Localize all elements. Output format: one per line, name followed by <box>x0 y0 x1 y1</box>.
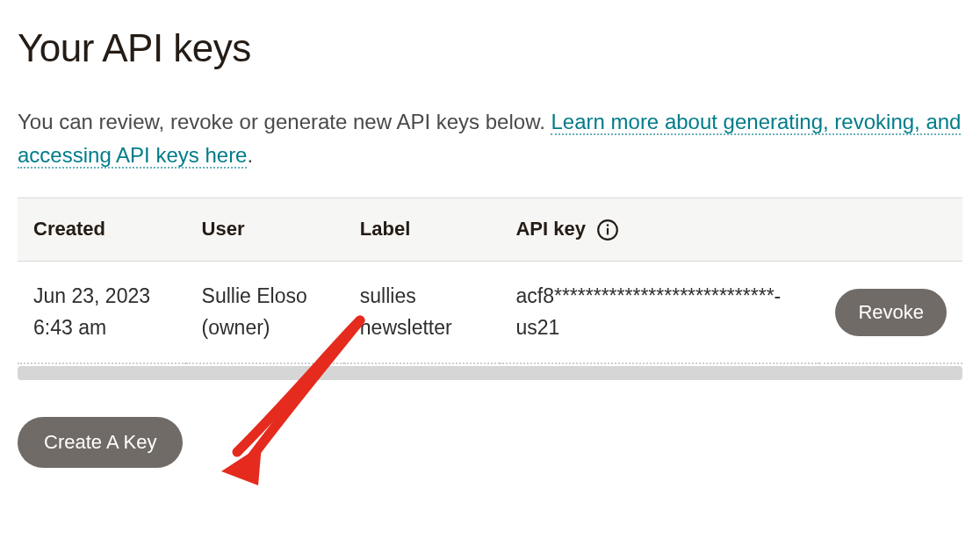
cell-label: sullies newsletter <box>344 261 501 363</box>
cell-actions: Revoke <box>819 261 962 363</box>
create-key-button[interactable]: Create A Key <box>18 417 183 468</box>
horizontal-scrollbar[interactable] <box>18 366 962 380</box>
svg-marker-3 <box>221 445 262 485</box>
col-api-key: API key <box>500 198 819 262</box>
info-icon[interactable] <box>596 219 619 241</box>
col-actions <box>819 198 962 262</box>
cell-created: Jun 23, 2023 6:43 am <box>18 261 186 363</box>
create-key-row: Create A Key <box>18 417 962 468</box>
col-api-key-label: API key <box>515 218 586 240</box>
intro-before: You can review, revoke or generate new A… <box>18 110 551 133</box>
intro-after: . <box>247 143 253 167</box>
api-keys-table-wrap: Created User Label API key <box>18 197 962 380</box>
intro-text: You can review, revoke or generate new A… <box>18 105 962 173</box>
cell-api-key: acf8****************************-us21 <box>500 261 819 363</box>
revoke-button[interactable]: Revoke <box>835 289 947 336</box>
col-created: Created <box>18 198 186 262</box>
api-keys-table: Created User Label API key <box>18 198 962 364</box>
cell-user: Sullie Eloso (owner) <box>186 261 344 363</box>
col-user: User <box>186 198 344 262</box>
svg-point-2 <box>607 224 609 226</box>
page-title: Your API keys <box>18 26 962 70</box>
table-row: Jun 23, 2023 6:43 am Sullie Eloso (owner… <box>18 261 962 363</box>
col-label: Label <box>344 198 501 262</box>
